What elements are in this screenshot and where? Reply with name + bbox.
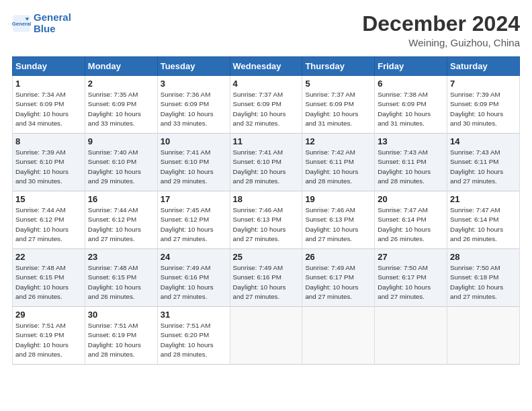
calendar-week-row: 29Sunrise: 7:51 AM Sunset: 6:19 PM Dayli… — [13, 307, 520, 365]
day-info: Sunrise: 7:51 AM Sunset: 6:19 PM Dayligh… — [15, 321, 82, 359]
calendar-cell: 15Sunrise: 7:44 AM Sunset: 6:12 PM Dayli… — [13, 191, 85, 249]
day-info: Sunrise: 7:49 AM Sunset: 6:16 PM Dayligh… — [233, 263, 300, 302]
calendar-week-row: 15Sunrise: 7:44 AM Sunset: 6:12 PM Dayli… — [13, 191, 520, 249]
day-info: Sunrise: 7:37 AM Sunset: 6:09 PM Dayligh… — [233, 90, 300, 128]
day-info: Sunrise: 7:50 AM Sunset: 6:18 PM Dayligh… — [450, 263, 517, 302]
calendar-cell: 27Sunrise: 7:50 AM Sunset: 6:17 PM Dayli… — [375, 249, 447, 307]
calendar-cell: 13Sunrise: 7:43 AM Sunset: 6:11 PM Dayli… — [375, 134, 447, 191]
logo: General General Blue — [12, 12, 71, 34]
day-number: 19 — [305, 194, 371, 204]
svg-text:General: General — [12, 20, 31, 26]
calendar-cell: 12Sunrise: 7:42 AM Sunset: 6:11 PM Dayli… — [302, 134, 375, 191]
day-number: 12 — [305, 136, 371, 146]
calendar-cell — [375, 307, 447, 365]
day-number: 2 — [88, 79, 154, 89]
calendar-cell: 4Sunrise: 7:37 AM Sunset: 6:09 PM Daylig… — [230, 76, 302, 134]
day-info: Sunrise: 7:43 AM Sunset: 6:11 PM Dayligh… — [450, 148, 517, 186]
col-tuesday: Tuesday — [157, 57, 230, 76]
day-info: Sunrise: 7:39 AM Sunset: 6:09 PM Dayligh… — [450, 90, 517, 128]
day-info: Sunrise: 7:51 AM Sunset: 6:20 PM Dayligh… — [161, 321, 227, 359]
day-number: 20 — [378, 194, 444, 204]
day-number: 14 — [450, 136, 517, 146]
day-info: Sunrise: 7:40 AM Sunset: 6:10 PM Dayligh… — [88, 148, 154, 186]
calendar-cell: 24Sunrise: 7:49 AM Sunset: 6:16 PM Dayli… — [157, 249, 230, 307]
col-saturday: Saturday — [447, 57, 520, 76]
day-info: Sunrise: 7:36 AM Sunset: 6:09 PM Dayligh… — [161, 90, 227, 128]
logo-icon: General — [12, 14, 31, 33]
calendar-week-row: 1Sunrise: 7:34 AM Sunset: 6:09 PM Daylig… — [13, 76, 520, 134]
day-info: Sunrise: 7:39 AM Sunset: 6:10 PM Dayligh… — [15, 148, 82, 186]
calendar-cell — [230, 307, 302, 365]
calendar-cell: 17Sunrise: 7:45 AM Sunset: 6:12 PM Dayli… — [157, 191, 230, 249]
calendar-cell: 1Sunrise: 7:34 AM Sunset: 6:09 PM Daylig… — [13, 76, 85, 134]
day-info: Sunrise: 7:37 AM Sunset: 6:09 PM Dayligh… — [305, 90, 371, 128]
col-sunday: Sunday — [13, 57, 85, 76]
calendar-cell: 23Sunrise: 7:48 AM Sunset: 6:15 PM Dayli… — [85, 249, 157, 307]
day-number: 10 — [161, 136, 227, 146]
title-block: December 2024 Weining, Guizhou, China — [362, 12, 520, 48]
calendar-cell: 19Sunrise: 7:46 AM Sunset: 6:13 PM Dayli… — [302, 191, 375, 249]
calendar-cell: 14Sunrise: 7:43 AM Sunset: 6:11 PM Dayli… — [447, 134, 520, 191]
col-thursday: Thursday — [302, 57, 375, 76]
day-number: 26 — [305, 252, 371, 262]
col-friday: Friday — [375, 57, 447, 76]
calendar-cell: 9Sunrise: 7:40 AM Sunset: 6:10 PM Daylig… — [85, 134, 157, 191]
day-info: Sunrise: 7:34 AM Sunset: 6:09 PM Dayligh… — [15, 90, 82, 128]
day-info: Sunrise: 7:43 AM Sunset: 6:11 PM Dayligh… — [378, 148, 444, 186]
calendar-week-row: 8Sunrise: 7:39 AM Sunset: 6:10 PM Daylig… — [13, 134, 520, 191]
day-number: 8 — [15, 136, 82, 146]
day-info: Sunrise: 7:41 AM Sunset: 6:10 PM Dayligh… — [233, 148, 300, 186]
day-number: 13 — [378, 136, 444, 146]
day-info: Sunrise: 7:35 AM Sunset: 6:09 PM Dayligh… — [88, 90, 154, 128]
calendar-cell: 18Sunrise: 7:46 AM Sunset: 6:13 PM Dayli… — [230, 191, 302, 249]
calendar-cell: 28Sunrise: 7:50 AM Sunset: 6:18 PM Dayli… — [447, 249, 520, 307]
calendar-cell: 2Sunrise: 7:35 AM Sunset: 6:09 PM Daylig… — [85, 76, 157, 134]
calendar-cell: 8Sunrise: 7:39 AM Sunset: 6:10 PM Daylig… — [13, 134, 85, 191]
day-number: 11 — [233, 136, 300, 146]
day-number: 28 — [450, 252, 517, 262]
day-number: 15 — [15, 194, 82, 204]
day-number: 1 — [15, 79, 82, 89]
calendar-cell: 22Sunrise: 7:48 AM Sunset: 6:15 PM Dayli… — [13, 249, 85, 307]
day-number: 30 — [88, 310, 154, 320]
calendar-cell: 10Sunrise: 7:41 AM Sunset: 6:10 PM Dayli… — [157, 134, 230, 191]
calendar-cell: 11Sunrise: 7:41 AM Sunset: 6:10 PM Dayli… — [230, 134, 302, 191]
day-info: Sunrise: 7:48 AM Sunset: 6:15 PM Dayligh… — [15, 263, 82, 302]
day-number: 31 — [161, 310, 227, 320]
calendar-cell: 5Sunrise: 7:37 AM Sunset: 6:09 PM Daylig… — [302, 76, 375, 134]
calendar-cell: 20Sunrise: 7:47 AM Sunset: 6:14 PM Dayli… — [375, 191, 447, 249]
day-info: Sunrise: 7:47 AM Sunset: 6:14 PM Dayligh… — [450, 205, 517, 244]
calendar-cell: 6Sunrise: 7:38 AM Sunset: 6:09 PM Daylig… — [375, 76, 447, 134]
day-info: Sunrise: 7:46 AM Sunset: 6:13 PM Dayligh… — [233, 205, 300, 244]
day-number: 23 — [88, 252, 154, 262]
calendar-table: Sunday Monday Tuesday Wednesday Thursday… — [12, 56, 520, 365]
day-number: 22 — [15, 252, 82, 262]
day-info: Sunrise: 7:51 AM Sunset: 6:19 PM Dayligh… — [88, 321, 154, 359]
day-number: 25 — [233, 252, 300, 262]
day-number: 16 — [88, 194, 154, 204]
col-wednesday: Wednesday — [230, 57, 302, 76]
location: Weining, Guizhou, China — [362, 37, 520, 48]
day-info: Sunrise: 7:46 AM Sunset: 6:13 PM Dayligh… — [305, 205, 371, 244]
day-info: Sunrise: 7:49 AM Sunset: 6:17 PM Dayligh… — [305, 263, 371, 302]
day-number: 17 — [161, 194, 227, 204]
month-title: December 2024 — [362, 12, 520, 36]
day-info: Sunrise: 7:50 AM Sunset: 6:17 PM Dayligh… — [378, 263, 444, 302]
calendar-cell: 21Sunrise: 7:47 AM Sunset: 6:14 PM Dayli… — [447, 191, 520, 249]
calendar-header-row: Sunday Monday Tuesday Wednesday Thursday… — [13, 57, 520, 76]
day-info: Sunrise: 7:44 AM Sunset: 6:12 PM Dayligh… — [15, 205, 82, 244]
day-number: 5 — [305, 79, 371, 89]
day-number: 18 — [233, 194, 300, 204]
header: General General Blue December 2024 Weini… — [12, 12, 520, 48]
page-container: General General Blue December 2024 Weini… — [0, 0, 532, 371]
day-info: Sunrise: 7:42 AM Sunset: 6:11 PM Dayligh… — [305, 148, 371, 186]
col-monday: Monday — [85, 57, 157, 76]
calendar-cell — [302, 307, 375, 365]
calendar-cell: 31Sunrise: 7:51 AM Sunset: 6:20 PM Dayli… — [157, 307, 230, 365]
day-info: Sunrise: 7:48 AM Sunset: 6:15 PM Dayligh… — [88, 263, 154, 302]
calendar-cell: 7Sunrise: 7:39 AM Sunset: 6:09 PM Daylig… — [447, 76, 520, 134]
day-number: 27 — [378, 252, 444, 262]
day-number: 7 — [450, 79, 517, 89]
day-number: 3 — [161, 79, 227, 89]
calendar-cell: 26Sunrise: 7:49 AM Sunset: 6:17 PM Dayli… — [302, 249, 375, 307]
